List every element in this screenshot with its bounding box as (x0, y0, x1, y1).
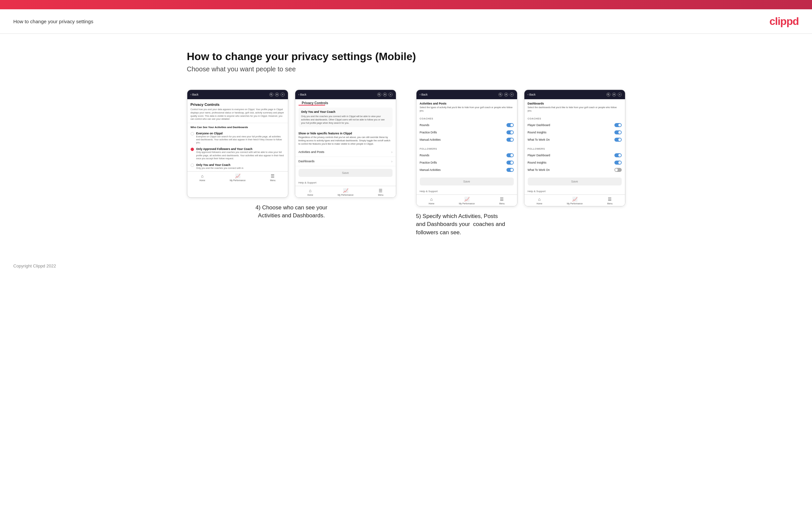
toggle-playerdash-coach[interactable]: Player Dashboard (524, 121, 625, 129)
settings-icon-4[interactable] (618, 93, 622, 97)
nav-menu-4[interactable]: ☰ Menu (607, 197, 612, 205)
toggle-drills-coach-switch[interactable] (506, 130, 514, 134)
chart-icon: 📈 (235, 174, 241, 178)
svg-point-15 (619, 94, 620, 95)
nav-performance-4[interactable]: 📈 My Performance (567, 197, 583, 205)
toggle-manual-coach-switch[interactable] (506, 138, 514, 142)
nav-performance-1[interactable]: 📈 My Performance (230, 174, 246, 181)
toggle-manual-follow[interactable]: Manual Activities (416, 166, 517, 174)
chart-icon-3: 📈 (464, 197, 470, 202)
svg-point-3 (282, 94, 283, 95)
screen1-mockup: ‹ Back (187, 90, 288, 198)
option-coach-only[interactable]: Only You and Your Coach Only you and the… (187, 162, 288, 171)
toggle-drills-follow-switch[interactable] (506, 161, 514, 165)
info-title: Only You and Your Coach (301, 110, 390, 113)
nav-menu-2[interactable]: ☰ Menu (378, 188, 383, 196)
radio-followers[interactable] (191, 148, 194, 151)
screen1-back[interactable]: ‹ Back (191, 93, 199, 96)
step4-group: ‹ Back (187, 90, 396, 237)
toggle-whattowork-coach[interactable]: What To Work On (524, 136, 625, 143)
option-everyone[interactable]: Everyone on Clippd Everyone on Clippd ca… (187, 130, 288, 146)
toggle-playerdash-follow[interactable]: Player Dashboard (524, 152, 625, 159)
screen2-tab: Privacy Controls (299, 99, 332, 106)
settings-icon-3[interactable] (510, 93, 514, 97)
coaches-header-4: COACHES (524, 116, 625, 121)
nav-performance-3[interactable]: 📈 My Performance (459, 197, 475, 205)
logo: clippd (769, 15, 799, 27)
toggle-roundinsights-coach-switch[interactable] (614, 130, 622, 134)
toggle-whattowork-follow[interactable]: What To Work On (524, 166, 625, 174)
toggle-whattowork-follow-switch[interactable] (614, 168, 622, 172)
screen4-back[interactable]: ‹ Back (528, 93, 536, 96)
nav-home-3[interactable]: ⌂ Home (428, 197, 434, 205)
nav-menu-3[interactable]: ☰ Menu (499, 197, 504, 205)
toggle-playerdash-coach-switch[interactable] (614, 123, 622, 127)
save-button-3[interactable]: Save (420, 177, 514, 185)
svg-line-1 (271, 95, 272, 96)
followers-header-3: FOLLOWERS (416, 146, 517, 152)
dashboards-desc: Select the dashboards that you'd like to… (524, 106, 625, 114)
toggle-drills-follow[interactable]: Practice Drills (416, 159, 517, 166)
activities-posts-menu[interactable]: Activities and Posts › (295, 148, 396, 157)
toggle-whattowork-coach-switch[interactable] (614, 138, 622, 142)
save-button-2[interactable]: Save (299, 169, 393, 177)
nav-home-4[interactable]: ⌂ Home (536, 197, 542, 205)
toggle-rounds-follow[interactable]: Rounds (416, 152, 517, 159)
toggle-drills-coach[interactable]: Practice Drills (416, 129, 517, 136)
nav-home-2[interactable]: ⌂ Home (307, 188, 313, 196)
activities-posts-label: Activities and Posts (299, 150, 324, 154)
screen4-topbar: ‹ Back (524, 90, 625, 99)
step5-group: ‹ Back (416, 90, 625, 237)
chart-icon-4: 📈 (572, 197, 577, 202)
toggle-rounds-follow-switch[interactable] (506, 153, 514, 157)
search-icon[interactable] (269, 93, 273, 97)
screen3-icons (499, 93, 514, 97)
screen3-back[interactable]: ‹ Back (420, 93, 428, 96)
page-title: How to change your privacy settings (Mob… (187, 50, 625, 63)
nav-menu-1[interactable]: ☰ Menu (270, 174, 275, 181)
screen2-back[interactable]: ‹ Back (299, 93, 307, 96)
profile-icon[interactable] (275, 93, 279, 97)
dashboards-menu[interactable]: Dashboards › (295, 157, 396, 166)
search-icon-2[interactable] (377, 93, 381, 97)
toggle-playerdash-follow-switch[interactable] (614, 153, 622, 157)
option-followers[interactable]: Only Approved Followers and Your Coach O… (187, 146, 288, 161)
step4-screens: ‹ Back (187, 90, 396, 198)
screen1-icons (269, 93, 285, 97)
chevron-icon: › (391, 150, 392, 154)
svg-point-12 (607, 94, 609, 95)
radio-everyone[interactable] (191, 132, 194, 135)
save-button-4[interactable]: Save (528, 177, 622, 185)
option-everyone-text: Everyone on Clippd Everyone on Clippd ca… (196, 132, 285, 144)
toggle-roundinsights-follow-switch[interactable] (614, 161, 622, 165)
toggle-manual-follow-switch[interactable] (506, 168, 514, 172)
screen3-mockup: ‹ Back (416, 90, 517, 206)
option-coach-only-text: Only You and Your Coach Only you and the… (196, 163, 244, 170)
profile-icon-3[interactable] (504, 93, 508, 97)
screen4-nav: ⌂ Home 📈 My Performance ☰ Menu (524, 194, 625, 206)
nav-performance-2[interactable]: 📈 My Performance (338, 188, 354, 196)
screen1-body: Privacy Controls Control how you and you… (187, 99, 288, 171)
profile-icon-2[interactable] (383, 93, 387, 97)
screen2-icons (377, 93, 393, 97)
profile-icon-4[interactable] (612, 93, 616, 97)
toggle-rounds-coach-switch[interactable] (506, 123, 514, 127)
toggle-roundinsights-coach[interactable]: Round Insights (524, 129, 625, 136)
settings-icon-2[interactable] (389, 93, 393, 97)
settings-icon[interactable] (281, 93, 285, 97)
svg-line-13 (608, 95, 609, 96)
screen1-privacy-header: Privacy Controls Control how you and you… (187, 99, 288, 123)
home-icon: ⌂ (201, 174, 204, 178)
search-icon-4[interactable] (606, 93, 610, 97)
search-icon-3[interactable] (499, 93, 503, 97)
toggle-roundinsights-follow[interactable]: Round Insights (524, 159, 625, 166)
toggle-rounds-coach[interactable]: Rounds (416, 121, 517, 129)
nav-home-1[interactable]: ⌂ Home (199, 174, 205, 181)
home-icon-4: ⌂ (538, 197, 541, 202)
header: How to change your privacy settings clip… (0, 9, 812, 34)
toggle-manual-coach[interactable]: Manual Activities (416, 136, 517, 143)
activities-posts-desc: Select the types of activity that you'd … (416, 106, 517, 114)
screen1-nav: ⌂ Home 📈 My Performance ☰ Menu (187, 171, 288, 183)
radio-coach-only[interactable] (191, 164, 194, 167)
home-icon-2: ⌂ (309, 188, 311, 193)
